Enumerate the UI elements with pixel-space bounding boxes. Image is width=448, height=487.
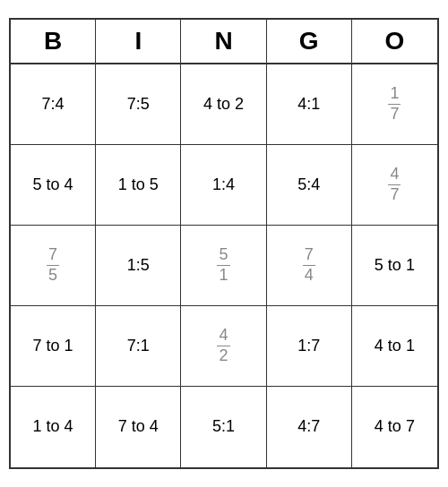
denominator: 4 bbox=[303, 266, 315, 286]
denominator: 2 bbox=[217, 346, 229, 366]
denominator: 7 bbox=[388, 105, 401, 124]
bingo-body: 7:47:54 to 24:1175 to 41 to 51:45:447751… bbox=[11, 64, 437, 467]
bingo-cell-4: 17 bbox=[352, 64, 437, 145]
bingo-cell-11: 1:5 bbox=[96, 226, 181, 306]
numerator: 5 bbox=[217, 245, 229, 266]
bingo-cell-21: 7 to 4 bbox=[96, 387, 181, 467]
denominator: 5 bbox=[47, 266, 59, 286]
bingo-cell-13: 74 bbox=[267, 226, 352, 306]
bingo-cell-2: 4 to 2 bbox=[181, 64, 266, 145]
header-cell-b: B bbox=[11, 20, 96, 63]
bingo-cell-12: 51 bbox=[181, 226, 266, 306]
bingo-cell-15: 7 to 1 bbox=[11, 306, 96, 387]
bingo-cell-0: 7:4 bbox=[11, 64, 96, 145]
bingo-cell-6: 1 to 5 bbox=[96, 145, 181, 226]
header-cell-i: I bbox=[96, 20, 181, 63]
bingo-cell-16: 7:1 bbox=[96, 306, 181, 387]
bingo-cell-10: 75 bbox=[11, 226, 96, 306]
header-cell-o: O bbox=[352, 20, 437, 63]
bingo-cell-20: 1 to 4 bbox=[11, 387, 96, 467]
numerator: 7 bbox=[303, 245, 315, 266]
fraction: 74 bbox=[303, 245, 315, 285]
header-cell-g: G bbox=[267, 20, 352, 63]
fraction: 75 bbox=[47, 245, 59, 285]
bingo-cell-5: 5 to 4 bbox=[11, 145, 96, 226]
bingo-header: BINGO bbox=[11, 20, 437, 64]
denominator: 1 bbox=[217, 266, 229, 286]
bingo-cell-1: 7:5 bbox=[96, 64, 181, 145]
fraction: 47 bbox=[388, 165, 401, 204]
bingo-cell-7: 1:4 bbox=[181, 145, 266, 226]
numerator: 1 bbox=[388, 84, 401, 105]
denominator: 7 bbox=[388, 185, 401, 205]
bingo-cell-9: 47 bbox=[352, 145, 437, 226]
bingo-cell-19: 4 to 1 bbox=[352, 306, 437, 387]
bingo-cell-18: 1:7 bbox=[267, 306, 352, 387]
header-cell-n: N bbox=[181, 20, 266, 63]
bingo-cell-17: 42 bbox=[181, 306, 266, 387]
fraction: 17 bbox=[388, 84, 401, 124]
bingo-card: BINGO 7:47:54 to 24:1175 to 41 to 51:45:… bbox=[9, 18, 439, 469]
bingo-cell-3: 4:1 bbox=[267, 64, 352, 145]
fraction: 42 bbox=[217, 326, 229, 365]
numerator: 4 bbox=[217, 326, 229, 346]
bingo-cell-14: 5 to 1 bbox=[352, 226, 437, 306]
bingo-cell-23: 4:7 bbox=[267, 387, 352, 467]
numerator: 7 bbox=[47, 245, 59, 266]
bingo-cell-24: 4 to 7 bbox=[352, 387, 437, 467]
fraction: 51 bbox=[217, 245, 229, 285]
numerator: 4 bbox=[388, 165, 401, 185]
bingo-cell-22: 5:1 bbox=[181, 387, 266, 467]
bingo-cell-8: 5:4 bbox=[267, 145, 352, 226]
